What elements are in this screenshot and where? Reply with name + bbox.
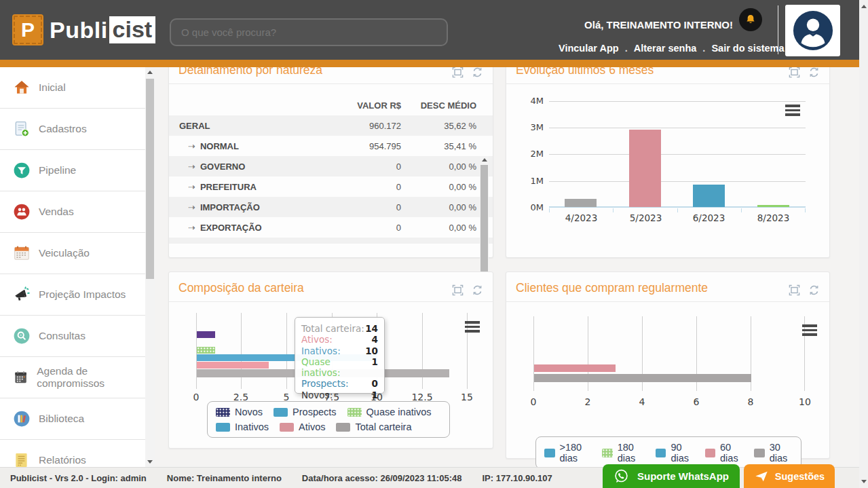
sidebar-item-projecao-impactos[interactable]: Projeção Impactos [0, 274, 145, 316]
refresh-icon[interactable] [808, 67, 820, 78]
legend-item-60-dias[interactable]: 60 dias [705, 442, 744, 464]
user-avatar[interactable] [785, 5, 840, 56]
legend-item-quase-inativos[interactable]: Quase inativos [347, 407, 432, 417]
expand-icon[interactable] [452, 284, 464, 296]
panel-clientes-compram-regularmente: Clientes que compram regularmente 0 2 4 … [506, 271, 830, 459]
panel-detalhamento-por-natureza: Detalhamento por natureza VALOR R$ DESC … [168, 60, 493, 258]
publicist-logo-icon: P [12, 14, 43, 45]
scrollbar-thumb[interactable] [480, 165, 488, 284]
sidebar-item-label: Cadastros [39, 123, 87, 135]
header-divider [778, 5, 778, 54]
chart-menu-icon[interactable] [785, 105, 800, 118]
sidebar-item-pipeline[interactable]: Pipeline [0, 150, 145, 191]
table-row[interactable]: ⇢IMPORTAÇÃO 0 0,00 % [169, 197, 493, 217]
legend-swatch [273, 408, 288, 417]
natureza-table: VALOR R$ DESC MÉDIO GERAL 960.172 35,62 … [169, 95, 493, 244]
table-row[interactable]: ⇢NORMAL 954.795 35,41 % [169, 136, 493, 156]
legend-swatch [280, 423, 294, 432]
legend-item-180-dias[interactable]: 180 dias [602, 442, 645, 464]
sidebar-item-label: Projeção Impactos [39, 288, 126, 301]
row-name: PREFEITURA [200, 182, 257, 192]
x-tick-label: 2 [573, 396, 603, 407]
legend-item-30-dias[interactable]: 30 dias [754, 442, 793, 464]
expand-icon[interactable] [452, 67, 464, 78]
link-vincular-app[interactable]: Vincular App [559, 43, 619, 54]
refresh-icon[interactable] [808, 284, 820, 296]
sugestoes-button[interactable]: Sugestões [744, 464, 835, 488]
sidebar-item-agenda[interactable]: Agenda de compromissos [0, 357, 145, 398]
link-separator: . [702, 43, 705, 54]
sidebar-item-inicial[interactable]: Inicial [0, 67, 145, 109]
search-input[interactable] [170, 18, 448, 46]
publicist-logo[interactable]: P Publi cist [12, 14, 155, 45]
legend-item-ativos[interactable]: Ativos [280, 421, 326, 432]
panel-tools [789, 284, 820, 296]
row-desc: 0,00 % [401, 182, 493, 192]
sidebar-item-consultas[interactable]: Consultas [0, 316, 145, 357]
table-row[interactable]: ⇢GOVERNO 0 0,00 % [169, 156, 493, 176]
row-desc: 0,00 % [401, 202, 493, 212]
row-desc: 35,41 % [401, 141, 493, 151]
row-name: GERAL [169, 121, 323, 131]
legend-item-novos[interactable]: Novos [216, 407, 263, 417]
tooltip-value: 0 [372, 378, 378, 389]
legend-item-inativos[interactable]: Inativos [216, 421, 269, 432]
scroll-down-arrow-icon[interactable] [147, 460, 153, 464]
sidebar-item-veiculacao[interactable]: Veiculação [0, 233, 145, 274]
scrollbar-thumb[interactable] [146, 79, 154, 279]
refresh-icon[interactable] [472, 67, 483, 78]
sidebar-item-cadastros[interactable]: Cadastros [0, 109, 145, 150]
table-row[interactable]: ⇢PREFEITURA 0 0,00 % [169, 176, 493, 197]
panel-header: Clientes que compram regularmente [506, 272, 829, 302]
x-tick-label: 4 [627, 396, 657, 407]
footer-access-datetime: Data/hora acesso: 26/09/2023 11:05:48 [302, 473, 462, 483]
sidebar-item-label: Biblioteca [39, 413, 84, 425]
y-tick-label: 2M [516, 149, 544, 159]
table-row[interactable]: GERAL 960.172 35,62 % [169, 115, 493, 136]
logo-text-primary: Publi [50, 17, 108, 43]
bar-8-2023 [757, 205, 789, 207]
sidebar-item-vendas[interactable]: Vendas [0, 191, 145, 233]
megaphone-icon [13, 286, 31, 303]
tooltip-value: 14 [365, 323, 378, 334]
bar-5-2023 [629, 130, 661, 207]
tooltip-value: 10 [365, 345, 378, 356]
legend-swatch [347, 408, 362, 417]
legend-item-total-carteira[interactable]: Total carteira [336, 421, 411, 432]
scroll-up-arrow-icon[interactable] [861, 5, 867, 8]
sidebar-item-label: Consultas [39, 330, 86, 342]
notification-bell-button[interactable] [739, 8, 762, 31]
legend-item-maior-180-dias[interactable]: >180 dias [544, 442, 591, 464]
sidebar-nav: Inicial Cadastros Pipeline Vendas Veicul… [0, 67, 145, 488]
chart-menu-icon[interactable] [802, 324, 817, 338]
expand-icon[interactable] [789, 67, 800, 78]
row-name: NORMAL [200, 141, 239, 151]
table-row-partial [169, 238, 493, 244]
scroll-up-arrow-icon[interactable] [482, 158, 487, 162]
scroll-down-arrow-icon[interactable] [861, 480, 867, 483]
row-valor: 954.795 [323, 141, 401, 151]
link-alterar-senha[interactable]: Alterar senha [634, 43, 697, 54]
legend-item-prospects[interactable]: Prospects [273, 407, 336, 417]
sidebar-scrollbar[interactable] [145, 67, 155, 467]
sub-level-arrow-icon: ⇢ [188, 162, 195, 172]
evolucao-bar-chart: 4M 3M 2M 1M 0M 4/2023 5/2023 6/2023 8/20… [549, 101, 806, 208]
expand-icon[interactable] [789, 284, 800, 296]
table-row[interactable]: ⇢EXPORTAÇÃO 0 0,00 % [169, 217, 493, 238]
sub-level-arrow-icon: ⇢ [188, 223, 195, 233]
refresh-icon[interactable] [472, 284, 483, 296]
logo-text-secondary: cist [109, 16, 156, 43]
button-label: Suporte WhatsApp [637, 470, 729, 482]
calendar-icon [13, 244, 31, 262]
bar-6-2023 [693, 185, 725, 207]
link-sair-do-sistema[interactable]: Sair do sistema [711, 43, 784, 54]
paper-plane-icon [754, 469, 769, 484]
scroll-up-arrow-icon[interactable] [147, 71, 153, 74]
suporte-whatsapp-button[interactable]: Suporte WhatsApp [603, 464, 740, 488]
legend-item-90-dias[interactable]: 90 dias [656, 442, 694, 464]
composicao-legend: Novos Prospects Quase inativos Inativos … [207, 401, 450, 438]
tooltip-label: Novos: [301, 390, 333, 400]
page-scrollbar[interactable] [859, 0, 868, 488]
chart-menu-icon[interactable] [465, 321, 480, 335]
sidebar-item-biblioteca[interactable]: Biblioteca [0, 398, 145, 440]
